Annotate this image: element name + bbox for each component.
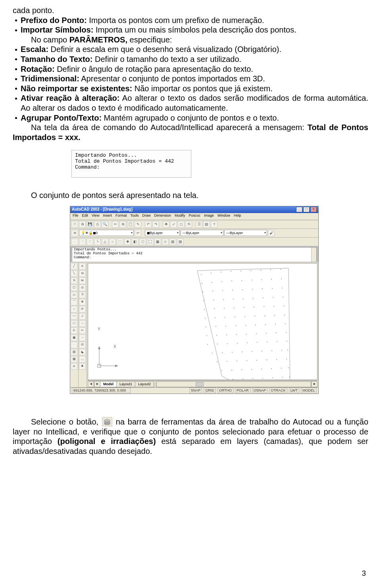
status-model[interactable]: MODEL bbox=[301, 388, 317, 393]
menu-help[interactable]: Help bbox=[234, 213, 241, 219]
status-ortho[interactable]: ORTHO bbox=[217, 388, 233, 393]
array-icon[interactable]: ⠿ bbox=[79, 292, 86, 298]
undo-icon[interactable]: ↶ bbox=[145, 221, 152, 228]
color-dropdown[interactable]: ◼ ByLayer bbox=[145, 230, 180, 236]
insert-icon[interactable]: ⎘ bbox=[71, 327, 77, 334]
pan-icon[interactable]: ✥ bbox=[163, 221, 169, 228]
trim-icon[interactable]: ✂ bbox=[79, 327, 86, 334]
tool-icon[interactable]: ○ bbox=[109, 238, 116, 245]
layers-icon[interactable]: ≋ bbox=[71, 230, 78, 236]
status-polar[interactable]: POLAR bbox=[235, 388, 250, 393]
linetype-dropdown[interactable]: — ByLayer bbox=[181, 230, 223, 236]
drawing-canvas[interactable]: Y X bbox=[88, 263, 318, 380]
rotate-icon[interactable]: ⟳ bbox=[79, 306, 86, 313]
status-grid[interactable]: GRID bbox=[204, 388, 216, 393]
scroll-right[interactable]: ▸ bbox=[311, 381, 318, 387]
preview-icon[interactable]: 🔍 bbox=[102, 221, 108, 228]
paint-icon[interactable]: 🖌 bbox=[268, 230, 275, 236]
offset-icon[interactable]: ◎ bbox=[79, 284, 86, 291]
tool-icon[interactable]: ◇ bbox=[162, 238, 169, 245]
tool-icon[interactable]: ∶ bbox=[79, 238, 86, 245]
tab-layout1[interactable]: Layout1 bbox=[116, 381, 135, 387]
tool-icon[interactable]: · bbox=[71, 238, 78, 245]
tool-icon[interactable]: ∷ bbox=[87, 238, 93, 245]
scale-icon[interactable]: ⤢ bbox=[79, 313, 86, 320]
status-lwt[interactable]: LWT bbox=[289, 388, 299, 393]
rect-icon[interactable]: ▭ bbox=[71, 292, 77, 298]
xline-icon[interactable]: ╲ bbox=[71, 270, 77, 277]
new-icon[interactable]: □ bbox=[71, 221, 78, 228]
block-icon[interactable]: ▣ bbox=[71, 334, 77, 341]
zoom-rt-icon[interactable]: ⤢ bbox=[170, 221, 177, 228]
polygon-icon[interactable]: ⬠ bbox=[71, 284, 77, 291]
tool-icon[interactable]: ◧ bbox=[132, 238, 139, 245]
menu-modify[interactable]: Modify bbox=[175, 213, 185, 219]
close-icon[interactable]: × bbox=[310, 207, 317, 212]
tool-icon[interactable]: ⬚ bbox=[117, 238, 123, 245]
menu-file[interactable]: File bbox=[73, 213, 79, 219]
menu-view[interactable]: View bbox=[92, 213, 99, 219]
line-icon[interactable]: ╱ bbox=[71, 263, 77, 270]
ellipse-icon[interactable]: ⬭ bbox=[71, 320, 77, 327]
circle-icon[interactable]: ○ bbox=[71, 306, 77, 313]
horizontal-scrollbar[interactable] bbox=[156, 381, 311, 387]
menu-format[interactable]: Format bbox=[115, 213, 127, 219]
menu-dimension[interactable]: Dimension bbox=[154, 213, 171, 219]
menu-window[interactable]: Window bbox=[217, 213, 230, 219]
layers-manager-icon[interactable] bbox=[102, 417, 112, 427]
tool-icon[interactable]: └ bbox=[94, 238, 101, 245]
help-icon[interactable]: ? bbox=[211, 221, 217, 228]
layer-dropdown[interactable]: 💡❄🔒◼ 0 bbox=[79, 230, 134, 236]
tab-model[interactable]: Model bbox=[100, 381, 117, 387]
tool-icon[interactable]: ▧ bbox=[177, 238, 184, 245]
menu-edit[interactable]: Edit bbox=[82, 213, 89, 219]
lineweight-dropdown[interactable]: — ByLayer bbox=[224, 230, 267, 236]
erase-icon[interactable]: ✕ bbox=[79, 263, 86, 270]
tool-icon[interactable]: ▨ bbox=[169, 238, 176, 245]
print-icon[interactable]: ⎙ bbox=[94, 221, 101, 228]
minimize-icon[interactable]: _ bbox=[296, 207, 302, 212]
redo-icon[interactable]: ↷ bbox=[152, 221, 159, 228]
region-icon[interactable]: ▦ bbox=[71, 356, 77, 363]
menu-poscoc[interactable]: Poscoc bbox=[189, 213, 201, 219]
zoom-prev-icon[interactable]: ⟲ bbox=[185, 221, 192, 228]
tool-icon[interactable]: ✚ bbox=[124, 238, 131, 245]
status-otrack[interactable]: OTRACK bbox=[269, 388, 287, 393]
cut-icon[interactable]: ✂ bbox=[112, 221, 119, 228]
zoom-window-icon[interactable]: ◻ bbox=[178, 221, 185, 228]
fillet-icon[interactable]: ◡ bbox=[79, 356, 86, 363]
pline-icon[interactable]: Ｎ bbox=[71, 277, 77, 284]
stretch-icon[interactable]: ↔ bbox=[79, 320, 86, 327]
layer-prev-icon[interactable]: ↩ bbox=[135, 230, 141, 236]
extend-icon[interactable]: → bbox=[79, 334, 86, 341]
status-snap[interactable]: SNAP bbox=[189, 388, 202, 393]
break-icon[interactable]: ⊟ bbox=[79, 342, 86, 348]
tab-nav-next[interactable]: ▸ bbox=[94, 381, 100, 387]
copy-icon[interactable]: ⧉ bbox=[119, 221, 126, 228]
save-icon[interactable]: 💾 bbox=[87, 221, 93, 228]
match-icon[interactable]: ✎ bbox=[135, 221, 141, 228]
text-icon[interactable]: A bbox=[71, 363, 77, 370]
properties-icon[interactable]: ☰ bbox=[196, 221, 202, 228]
chamfer-icon[interactable]: ◣ bbox=[79, 349, 86, 355]
tool-icon[interactable]: ▦ bbox=[154, 238, 161, 245]
status-osnap[interactable]: OSNAP bbox=[252, 388, 268, 393]
command-line[interactable]: Importando Pontos... Total de Pontos Imp… bbox=[72, 247, 317, 262]
menu-draw[interactable]: Draw bbox=[142, 213, 150, 219]
copy2-icon[interactable]: ⧉ bbox=[79, 270, 86, 277]
tool-icon[interactable]: ⛶ bbox=[147, 238, 154, 245]
explode-icon[interactable]: ✸ bbox=[79, 363, 86, 370]
arc-icon[interactable]: ⌒ bbox=[71, 299, 77, 306]
point-icon[interactable]: · bbox=[71, 342, 77, 348]
mirror-icon[interactable]: ⇋ bbox=[79, 277, 86, 284]
tool-icon[interactable]: △ bbox=[102, 238, 108, 245]
tool-icon[interactable]: ⬡ bbox=[139, 238, 146, 245]
open-icon[interactable]: ⧉ bbox=[79, 221, 86, 228]
hatch-icon[interactable]: ▨ bbox=[71, 349, 77, 355]
menu-tools[interactable]: Tools bbox=[130, 213, 139, 219]
designcenter-icon[interactable]: ▤ bbox=[203, 221, 210, 228]
paste-icon[interactable]: 📋 bbox=[127, 221, 134, 228]
scrollbar[interactable] bbox=[311, 248, 316, 262]
menu-insert[interactable]: Insert bbox=[103, 213, 112, 219]
tab-layout2[interactable]: Layout2 bbox=[135, 381, 154, 387]
